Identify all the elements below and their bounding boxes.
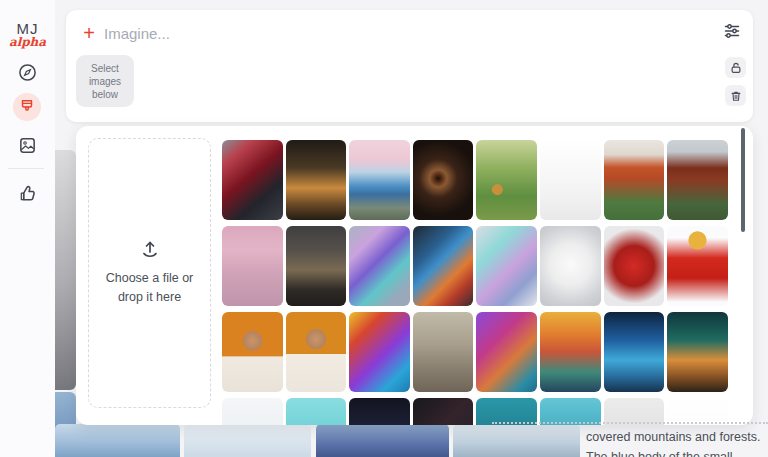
add-image-icon[interactable]: +	[79, 23, 99, 43]
thumbnail-red-race-cars[interactable]	[222, 140, 283, 220]
lock-button[interactable]	[725, 57, 746, 78]
thumbnail-teal-portrait-a[interactable]	[476, 398, 537, 425]
settings-button[interactable]	[723, 22, 743, 42]
sidebar-item-organize[interactable]	[13, 131, 41, 159]
sidebar-divider	[8, 168, 44, 169]
thumbnail-pale-sky[interactable]	[222, 398, 283, 425]
thumbnail-teal-cartoon[interactable]	[286, 398, 347, 425]
thumbnail-colorful-cat-art[interactable]	[476, 312, 537, 392]
feed-dashed-border	[492, 422, 768, 424]
thumbnail-pink-cloud-figure[interactable]	[222, 226, 283, 306]
trash-icon	[730, 90, 742, 102]
thumbnail-redhead-girl-a[interactable]	[604, 140, 665, 220]
thumbnail-dog-in-park[interactable]	[476, 140, 537, 220]
app-logo[interactable]: MJ alpha	[0, 20, 55, 49]
thumbnail-smiling-man-b[interactable]	[286, 312, 347, 392]
thumbnail-neon-gamer-girl[interactable]	[604, 312, 665, 392]
thumbnail-teal-portrait-b[interactable]	[540, 398, 601, 425]
feed-image-blue-snow-train	[316, 424, 449, 457]
thumbnail-neon-street-market[interactable]	[667, 312, 728, 392]
thumbnail-psychedelic-cats[interactable]	[349, 312, 410, 392]
thumbnail-night-snowcross-b[interactable]	[413, 398, 474, 425]
sliders-icon	[723, 22, 741, 40]
compass-icon	[18, 63, 37, 82]
thumbnail-rhino-museum[interactable]	[413, 312, 474, 392]
delete-button[interactable]	[725, 85, 746, 106]
thumbnail-night-snowcross-a[interactable]	[349, 398, 410, 425]
thumbnail-smiling-man-a[interactable]	[222, 312, 283, 392]
logo-alpha-label: alpha	[0, 35, 55, 49]
file-dropzone[interactable]: Choose a file or drop it here	[88, 138, 211, 408]
image-select-modal: Choose a file or drop it here	[76, 126, 753, 425]
image-icon	[18, 136, 37, 155]
upload-icon	[139, 239, 161, 261]
feed-image-snowy-pylon	[55, 424, 180, 457]
dropzone-label: Choose a file or drop it here	[98, 269, 202, 307]
thumbs-up-icon	[18, 184, 37, 203]
select-images-button[interactable]: Select images below	[76, 55, 134, 107]
sidebar-item-rate[interactable]	[13, 179, 41, 207]
thumbnail-japanese-night-street[interactable]	[286, 140, 347, 220]
thumbnail-cherry-blossom-train[interactable]	[349, 140, 410, 220]
feed-image-white-snow-train	[453, 424, 580, 457]
thumbnail-colorful-helmet[interactable]	[413, 226, 474, 306]
prompt-bar: + Select images below	[66, 10, 753, 122]
thumbnail-iridescent-head[interactable]	[349, 226, 410, 306]
gallery-grid	[222, 140, 729, 425]
thumbnail-castle-sketch[interactable]	[540, 140, 601, 220]
thumbnail-rocket-sketch[interactable]	[667, 398, 728, 425]
thumbnail-vivid-landscape[interactable]	[540, 312, 601, 392]
feed-prompt-caption: covered mountains and forests. The blue …	[586, 427, 764, 457]
thumbnail-gray-sketch[interactable]	[604, 398, 665, 425]
thumbnail-desk-setup[interactable]	[286, 226, 347, 306]
sidebar-item-create[interactable]	[13, 93, 41, 121]
gallery-scrollbar[interactable]	[741, 128, 745, 232]
feed-image-snowy-forest-light	[184, 424, 311, 457]
imagine-input[interactable]	[104, 20, 704, 46]
lock-icon	[730, 62, 742, 74]
feed-caption-line: covered mountains and forests.	[586, 427, 764, 447]
sidebar-item-explore[interactable]	[13, 58, 41, 86]
feed-caption-line: The blue body of the small electri...	[586, 447, 764, 457]
feed-image-sliver-top	[55, 150, 76, 390]
thumbnail-cartoon-hero-boy[interactable]	[667, 226, 728, 306]
thumbnail-eye-closeup[interactable]	[413, 140, 474, 220]
thumbnail-redhead-girl-b[interactable]	[667, 140, 728, 220]
paintbrush-icon	[18, 98, 36, 116]
thumbnail-stormtrooper-helmet[interactable]	[540, 226, 601, 306]
thumbnail-red-racing-helmet[interactable]	[604, 226, 665, 306]
thumbnail-iridescent-swirl[interactable]	[476, 226, 537, 306]
sidebar: MJ alpha	[0, 0, 55, 457]
